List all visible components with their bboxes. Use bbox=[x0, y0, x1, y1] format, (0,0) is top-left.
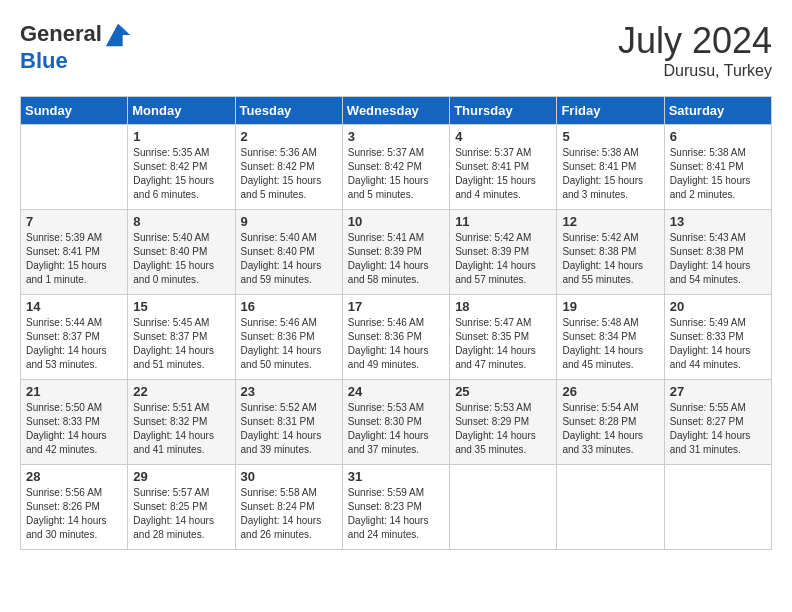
calendar-cell: 21 Sunrise: 5:50 AMSunset: 8:33 PMDaylig… bbox=[21, 380, 128, 465]
calendar-cell: 30 Sunrise: 5:58 AMSunset: 8:24 PMDaylig… bbox=[235, 465, 342, 550]
calendar-cell: 16 Sunrise: 5:46 AMSunset: 8:36 PMDaylig… bbox=[235, 295, 342, 380]
day-info: Sunrise: 5:45 AMSunset: 8:37 PMDaylight:… bbox=[133, 316, 229, 372]
day-number: 16 bbox=[241, 299, 337, 314]
calendar-cell: 18 Sunrise: 5:47 AMSunset: 8:35 PMDaylig… bbox=[450, 295, 557, 380]
day-info: Sunrise: 5:40 AMSunset: 8:40 PMDaylight:… bbox=[133, 231, 229, 287]
day-number: 21 bbox=[26, 384, 122, 399]
day-number: 8 bbox=[133, 214, 229, 229]
calendar-cell: 26 Sunrise: 5:54 AMSunset: 8:28 PMDaylig… bbox=[557, 380, 664, 465]
day-number: 28 bbox=[26, 469, 122, 484]
day-info: Sunrise: 5:44 AMSunset: 8:37 PMDaylight:… bbox=[26, 316, 122, 372]
calendar-table: Sunday Monday Tuesday Wednesday Thursday… bbox=[20, 96, 772, 550]
calendar-cell bbox=[450, 465, 557, 550]
day-info: Sunrise: 5:46 AMSunset: 8:36 PMDaylight:… bbox=[241, 316, 337, 372]
header-friday: Friday bbox=[557, 97, 664, 125]
calendar-cell: 4 Sunrise: 5:37 AMSunset: 8:41 PMDayligh… bbox=[450, 125, 557, 210]
page-header: General Blue July 2024 Durusu, Turkey bbox=[20, 20, 772, 80]
day-info: Sunrise: 5:48 AMSunset: 8:34 PMDaylight:… bbox=[562, 316, 658, 372]
day-info: Sunrise: 5:56 AMSunset: 8:26 PMDaylight:… bbox=[26, 486, 122, 542]
calendar-cell: 6 Sunrise: 5:38 AMSunset: 8:41 PMDayligh… bbox=[664, 125, 771, 210]
day-number: 27 bbox=[670, 384, 766, 399]
calendar-header-row: Sunday Monday Tuesday Wednesday Thursday… bbox=[21, 97, 772, 125]
day-info: Sunrise: 5:57 AMSunset: 8:25 PMDaylight:… bbox=[133, 486, 229, 542]
day-info: Sunrise: 5:53 AMSunset: 8:29 PMDaylight:… bbox=[455, 401, 551, 457]
day-number: 13 bbox=[670, 214, 766, 229]
calendar-cell bbox=[557, 465, 664, 550]
header-sunday: Sunday bbox=[21, 97, 128, 125]
day-number: 11 bbox=[455, 214, 551, 229]
day-info: Sunrise: 5:50 AMSunset: 8:33 PMDaylight:… bbox=[26, 401, 122, 457]
calendar-cell: 23 Sunrise: 5:52 AMSunset: 8:31 PMDaylig… bbox=[235, 380, 342, 465]
logo-blue: Blue bbox=[20, 48, 68, 74]
calendar-cell bbox=[21, 125, 128, 210]
svg-marker-0 bbox=[106, 24, 130, 46]
day-info: Sunrise: 5:40 AMSunset: 8:40 PMDaylight:… bbox=[241, 231, 337, 287]
calendar-cell: 11 Sunrise: 5:42 AMSunset: 8:39 PMDaylig… bbox=[450, 210, 557, 295]
day-number: 23 bbox=[241, 384, 337, 399]
calendar-cell: 1 Sunrise: 5:35 AMSunset: 8:42 PMDayligh… bbox=[128, 125, 235, 210]
day-info: Sunrise: 5:49 AMSunset: 8:33 PMDaylight:… bbox=[670, 316, 766, 372]
calendar-week-5: 28 Sunrise: 5:56 AMSunset: 8:26 PMDaylig… bbox=[21, 465, 772, 550]
day-info: Sunrise: 5:58 AMSunset: 8:24 PMDaylight:… bbox=[241, 486, 337, 542]
day-number: 25 bbox=[455, 384, 551, 399]
logo-icon bbox=[104, 20, 132, 48]
day-number: 5 bbox=[562, 129, 658, 144]
day-info: Sunrise: 5:39 AMSunset: 8:41 PMDaylight:… bbox=[26, 231, 122, 287]
day-info: Sunrise: 5:54 AMSunset: 8:28 PMDaylight:… bbox=[562, 401, 658, 457]
calendar-cell: 2 Sunrise: 5:36 AMSunset: 8:42 PMDayligh… bbox=[235, 125, 342, 210]
day-number: 26 bbox=[562, 384, 658, 399]
calendar-cell: 27 Sunrise: 5:55 AMSunset: 8:27 PMDaylig… bbox=[664, 380, 771, 465]
day-info: Sunrise: 5:35 AMSunset: 8:42 PMDaylight:… bbox=[133, 146, 229, 202]
day-number: 6 bbox=[670, 129, 766, 144]
month-title: July 2024 bbox=[618, 20, 772, 62]
calendar-cell: 7 Sunrise: 5:39 AMSunset: 8:41 PMDayligh… bbox=[21, 210, 128, 295]
day-info: Sunrise: 5:55 AMSunset: 8:27 PMDaylight:… bbox=[670, 401, 766, 457]
calendar-cell: 17 Sunrise: 5:46 AMSunset: 8:36 PMDaylig… bbox=[342, 295, 449, 380]
day-number: 9 bbox=[241, 214, 337, 229]
calendar-cell: 9 Sunrise: 5:40 AMSunset: 8:40 PMDayligh… bbox=[235, 210, 342, 295]
day-number: 14 bbox=[26, 299, 122, 314]
header-wednesday: Wednesday bbox=[342, 97, 449, 125]
day-info: Sunrise: 5:52 AMSunset: 8:31 PMDaylight:… bbox=[241, 401, 337, 457]
calendar-cell: 19 Sunrise: 5:48 AMSunset: 8:34 PMDaylig… bbox=[557, 295, 664, 380]
calendar-cell: 8 Sunrise: 5:40 AMSunset: 8:40 PMDayligh… bbox=[128, 210, 235, 295]
calendar-cell: 3 Sunrise: 5:37 AMSunset: 8:42 PMDayligh… bbox=[342, 125, 449, 210]
day-number: 4 bbox=[455, 129, 551, 144]
location: Durusu, Turkey bbox=[618, 62, 772, 80]
day-number: 2 bbox=[241, 129, 337, 144]
calendar-cell: 28 Sunrise: 5:56 AMSunset: 8:26 PMDaylig… bbox=[21, 465, 128, 550]
calendar-cell: 31 Sunrise: 5:59 AMSunset: 8:23 PMDaylig… bbox=[342, 465, 449, 550]
logo-general: General bbox=[20, 21, 102, 47]
day-info: Sunrise: 5:59 AMSunset: 8:23 PMDaylight:… bbox=[348, 486, 444, 542]
day-number: 24 bbox=[348, 384, 444, 399]
day-number: 18 bbox=[455, 299, 551, 314]
calendar-week-4: 21 Sunrise: 5:50 AMSunset: 8:33 PMDaylig… bbox=[21, 380, 772, 465]
day-number: 20 bbox=[670, 299, 766, 314]
logo: General Blue bbox=[20, 20, 132, 74]
header-tuesday: Tuesday bbox=[235, 97, 342, 125]
day-number: 17 bbox=[348, 299, 444, 314]
day-number: 31 bbox=[348, 469, 444, 484]
day-number: 30 bbox=[241, 469, 337, 484]
header-monday: Monday bbox=[128, 97, 235, 125]
day-info: Sunrise: 5:41 AMSunset: 8:39 PMDaylight:… bbox=[348, 231, 444, 287]
day-info: Sunrise: 5:46 AMSunset: 8:36 PMDaylight:… bbox=[348, 316, 444, 372]
calendar-cell: 25 Sunrise: 5:53 AMSunset: 8:29 PMDaylig… bbox=[450, 380, 557, 465]
calendar-cell bbox=[664, 465, 771, 550]
calendar-cell: 15 Sunrise: 5:45 AMSunset: 8:37 PMDaylig… bbox=[128, 295, 235, 380]
day-info: Sunrise: 5:37 AMSunset: 8:41 PMDaylight:… bbox=[455, 146, 551, 202]
day-number: 29 bbox=[133, 469, 229, 484]
day-info: Sunrise: 5:53 AMSunset: 8:30 PMDaylight:… bbox=[348, 401, 444, 457]
day-number: 22 bbox=[133, 384, 229, 399]
calendar-week-3: 14 Sunrise: 5:44 AMSunset: 8:37 PMDaylig… bbox=[21, 295, 772, 380]
day-number: 3 bbox=[348, 129, 444, 144]
calendar-cell: 5 Sunrise: 5:38 AMSunset: 8:41 PMDayligh… bbox=[557, 125, 664, 210]
day-number: 10 bbox=[348, 214, 444, 229]
day-info: Sunrise: 5:43 AMSunset: 8:38 PMDaylight:… bbox=[670, 231, 766, 287]
title-area: July 2024 Durusu, Turkey bbox=[618, 20, 772, 80]
day-info: Sunrise: 5:37 AMSunset: 8:42 PMDaylight:… bbox=[348, 146, 444, 202]
day-number: 7 bbox=[26, 214, 122, 229]
day-number: 12 bbox=[562, 214, 658, 229]
calendar-cell: 24 Sunrise: 5:53 AMSunset: 8:30 PMDaylig… bbox=[342, 380, 449, 465]
calendar-cell: 22 Sunrise: 5:51 AMSunset: 8:32 PMDaylig… bbox=[128, 380, 235, 465]
